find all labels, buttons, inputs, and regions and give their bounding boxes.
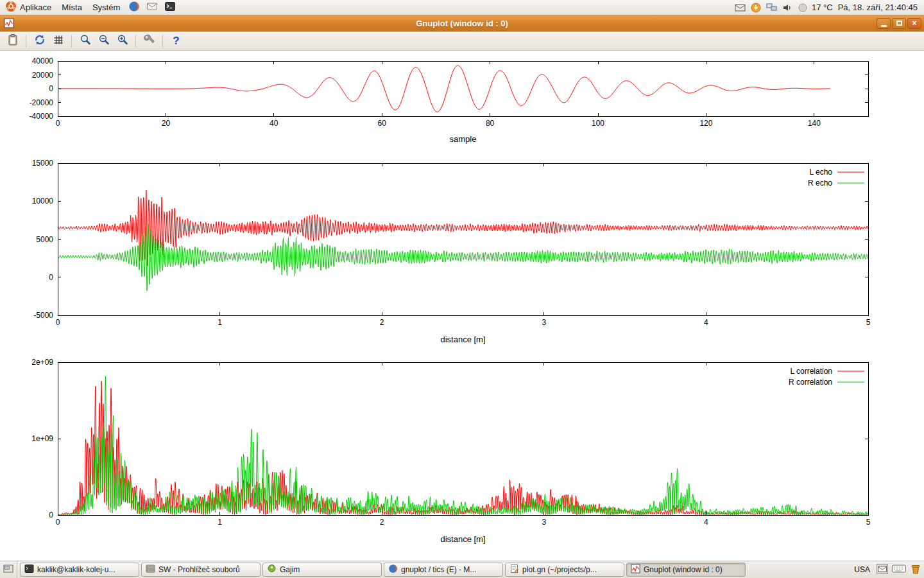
mail-tray-icon[interactable]	[877, 564, 888, 576]
clipboard-icon	[6, 33, 19, 49]
menu-places-label: Místa	[62, 3, 82, 12]
x-axis-label: distance [m]	[440, 335, 485, 344]
task-label: kaklik@kaklik-kolej-u...	[37, 565, 116, 574]
chart-echo-signals: 012345-5000050001000015000distance [m]L …	[0, 154, 924, 355]
x-tick-label: 60	[378, 119, 387, 128]
x-tick-label: 0	[56, 518, 60, 527]
series-L-correlation	[58, 381, 868, 515]
menu-places[interactable]: Místa	[56, 0, 87, 15]
y-tick-label: 10000	[32, 197, 54, 206]
show-desktop-icon	[3, 564, 13, 576]
terminal-icon	[164, 1, 176, 14]
autoscale-button[interactable]	[114, 33, 131, 49]
x-tick-label: 40	[270, 119, 278, 128]
menu-system[interactable]: Systém	[87, 0, 125, 15]
menu-applications-label: Aplikace	[20, 3, 51, 12]
wrench-icon	[143, 33, 156, 49]
settings-button[interactable]	[141, 33, 158, 49]
x-tick-label: 4	[704, 318, 708, 327]
x-tick-label: 5	[866, 518, 871, 527]
show-desktop-button[interactable]	[0, 561, 17, 578]
y-tick-label: -20000	[30, 98, 54, 107]
minimize-button[interactable]	[877, 18, 891, 29]
updates-icon[interactable]	[748, 3, 764, 13]
task-label: SW - Prohlížeč souborů	[158, 565, 240, 574]
help-button[interactable]: ?	[167, 33, 185, 49]
task-label: gnuplot / tics (E) - M...	[401, 565, 476, 574]
firefox-launcher[interactable]	[125, 0, 143, 15]
copy-button[interactable]	[4, 33, 21, 49]
x-tick-label: 3	[542, 318, 546, 327]
x-tick-label: 140	[808, 119, 821, 128]
restore-button[interactable]	[892, 18, 906, 29]
task-label: Gajim	[280, 565, 300, 574]
toolbar: ?	[0, 31, 924, 51]
trash-icon[interactable]	[910, 563, 921, 577]
titlebar[interactable]: Gnuplot (window id : 0) ×	[0, 15, 924, 31]
autoscale-icon	[116, 33, 129, 49]
gajim-icon	[267, 564, 277, 575]
x-tick-label: 2	[380, 518, 384, 527]
window-buttons: ×	[877, 18, 924, 29]
replot-button[interactable]	[31, 33, 48, 49]
text-editor-icon	[509, 564, 519, 575]
close-button[interactable]: ×	[907, 18, 921, 29]
y-tick-label: 1e+09	[31, 434, 53, 443]
x-tick-label: 80	[486, 119, 495, 128]
x-tick-label: 100	[592, 119, 604, 128]
taskbar: kaklik@kaklik-kolej-u... SW - Prohlížeč …	[0, 561, 924, 578]
keyboard-icon[interactable]	[892, 564, 906, 575]
plot-border	[58, 163, 868, 315]
y-tick-label: 40000	[32, 57, 54, 66]
x-tick-label: 3	[542, 518, 546, 527]
zoom-next-button[interactable]	[95, 33, 112, 49]
firefox-icon	[128, 1, 140, 14]
task-gnuplot[interactable]: Gnuplot (window id : 0)	[626, 563, 746, 577]
keyboard-layout[interactable]: USA	[851, 565, 873, 574]
x-tick-label: 0	[56, 318, 60, 327]
zoom-previous-button[interactable]	[76, 33, 94, 49]
task-editor[interactable]: plot.gn (~/projects/p...	[505, 563, 624, 577]
panel-right: 17 °C Pá, 18. září, 21:40:45	[732, 0, 924, 15]
x-tick-label: 1	[218, 518, 222, 527]
firefox-task-icon	[388, 564, 398, 575]
replot-icon	[33, 33, 46, 49]
file-manager-icon	[146, 564, 155, 575]
mail-launcher[interactable]	[143, 0, 161, 15]
tray-right: USA	[851, 563, 924, 577]
mail-notification-icon[interactable]	[732, 3, 748, 13]
x-tick-label: 0	[56, 119, 60, 128]
weather-icon[interactable]	[795, 3, 810, 13]
legend-entry: L correlation	[790, 367, 832, 376]
temperature: 17 °C	[810, 3, 834, 12]
y-tick-label: -40000	[30, 112, 54, 121]
close-icon: ×	[912, 19, 916, 27]
y-tick-label: 0	[49, 511, 53, 520]
clock[interactable]: Pá, 18. září, 21:40:45	[834, 3, 924, 12]
chart-correlations: 01234501e+092e+09distance [m]L correlati…	[0, 355, 924, 559]
task-terminal[interactable]: kaklik@kaklik-kolej-u...	[20, 563, 139, 577]
x-tick-label: 120	[699, 119, 712, 128]
grid-toggle-button[interactable]	[49, 33, 67, 49]
gnuplot-task-icon	[631, 564, 640, 575]
zoom-previous-icon	[79, 33, 92, 49]
series-chirp-signal	[58, 66, 830, 112]
network-icon[interactable]	[764, 3, 780, 12]
x-axis-label: distance [m]	[440, 534, 485, 544]
y-tick-label: 20000	[32, 71, 54, 80]
x-tick-label: 4	[704, 518, 708, 527]
panel-left: Aplikace Místa Systém	[0, 0, 179, 15]
x-tick-label: 1	[218, 318, 222, 327]
menu-applications[interactable]: Aplikace	[0, 0, 56, 15]
task-gajim[interactable]: Gajim	[262, 563, 382, 577]
x-tick-label: 2	[380, 318, 384, 327]
terminal-launcher[interactable]	[161, 0, 179, 15]
grid-icon	[52, 33, 65, 49]
y-tick-label: 2e+09	[31, 358, 53, 367]
volume-icon[interactable]	[780, 3, 795, 13]
terminal-task-icon	[24, 564, 34, 575]
menu-system-label: Systém	[92, 3, 120, 12]
task-firefox[interactable]: gnuplot / tics (E) - M...	[384, 563, 503, 577]
legend-entry: R correlation	[789, 378, 832, 387]
task-file-manager[interactable]: SW - Prohlížeč souborů	[141, 563, 261, 577]
